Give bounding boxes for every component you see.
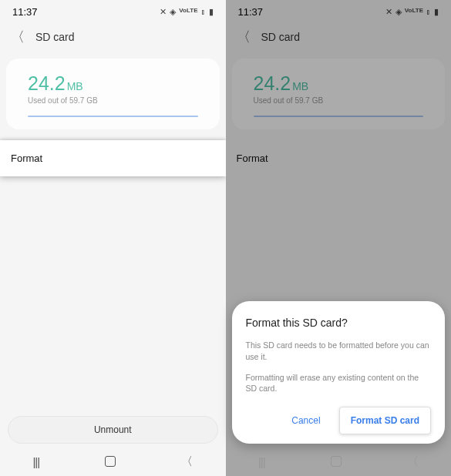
signal-icon: ⫾ — [426, 7, 431, 17]
clock: 11:37 — [238, 6, 264, 18]
page-title: SD card — [35, 31, 75, 43]
storage-amount: 24.2MB — [254, 72, 424, 95]
storage-value: 24.2 — [254, 72, 291, 94]
storage-unit: MB — [67, 80, 83, 92]
volte-icon: VoLTE — [179, 7, 197, 17]
storage-unit: MB — [292, 80, 308, 92]
storage-progress — [28, 116, 198, 117]
storage-subtitle: Used out of 59.7 GB — [28, 96, 198, 105]
dialog-text-1: This SD card needs to be formatted befor… — [246, 340, 432, 362]
storage-card: 24.2MB Used out of 59.7 GB — [232, 59, 446, 129]
nav-recent-icon[interactable]: ||| — [32, 455, 39, 468]
format-button[interactable]: Format — [226, 140, 452, 176]
storage-progress — [254, 116, 424, 117]
back-icon[interactable]: 〈 — [11, 28, 25, 46]
back-icon[interactable]: 〈 — [237, 28, 251, 46]
page-header: 〈 SD card — [0, 23, 226, 54]
format-sd-button[interactable]: Format SD card — [339, 407, 431, 434]
mute-icon: ✕ — [160, 7, 167, 17]
nav-bar: ||| 〈 — [0, 447, 226, 476]
nav-recent-icon[interactable]: ||| — [258, 455, 265, 468]
wifi-icon: ◈ — [395, 7, 402, 17]
status-bar: 11:37 ✕ ◈ VoLTE ⫾ ▮ — [0, 0, 226, 23]
nav-back-icon[interactable]: 〈 — [407, 454, 419, 469]
unmount-button[interactable]: Unmount — [8, 416, 218, 444]
storage-subtitle: Used out of 59.7 GB — [254, 96, 424, 105]
format-button[interactable]: Format — [0, 140, 226, 176]
battery-icon: ▮ — [209, 7, 214, 17]
bottom-area: Unmount — [0, 411, 226, 447]
nav-bar: ||| 〈 — [226, 447, 452, 476]
nav-back-icon[interactable]: 〈 — [181, 454, 193, 469]
page-header: 〈 SD card — [226, 23, 452, 54]
storage-card: 24.2MB Used out of 59.7 GB — [6, 59, 220, 129]
storage-amount: 24.2MB — [28, 72, 198, 95]
storage-value: 24.2 — [28, 72, 66, 94]
dialog-title: Format this SD card? — [246, 317, 432, 329]
wifi-icon: ◈ — [170, 7, 176, 17]
screen-left: 11:37 ✕ ◈ VoLTE ⫾ ▮ 〈 SD card 24.2MB Use… — [0, 0, 226, 476]
cancel-button[interactable]: Cancel — [278, 409, 334, 432]
nav-home-icon[interactable] — [105, 456, 116, 467]
dialog-actions: Cancel Format SD card — [246, 407, 432, 434]
screen-right: 11:37 ✕ ◈ VoLTE ⫾ ▮ 〈 SD card 24.2MB Use… — [226, 0, 452, 476]
nav-home-icon[interactable] — [331, 456, 342, 467]
battery-icon: ▮ — [434, 7, 439, 17]
volte-icon: VoLTE — [405, 7, 423, 17]
status-icons: ✕ ◈ VoLTE ⫾ ▮ — [385, 7, 439, 17]
signal-icon: ⫾ — [201, 7, 206, 17]
mute-icon: ✕ — [385, 7, 392, 17]
dialog-text-2: Formatting will erase any existing conte… — [246, 372, 432, 394]
status-icons: ✕ ◈ VoLTE ⫾ ▮ — [160, 7, 213, 17]
format-dialog: Format this SD card? This SD card needs … — [232, 301, 446, 444]
page-title: SD card — [261, 31, 301, 43]
status-bar: 11:37 ✕ ◈ VoLTE ⫾ ▮ — [226, 0, 452, 23]
clock: 11:37 — [12, 6, 38, 18]
